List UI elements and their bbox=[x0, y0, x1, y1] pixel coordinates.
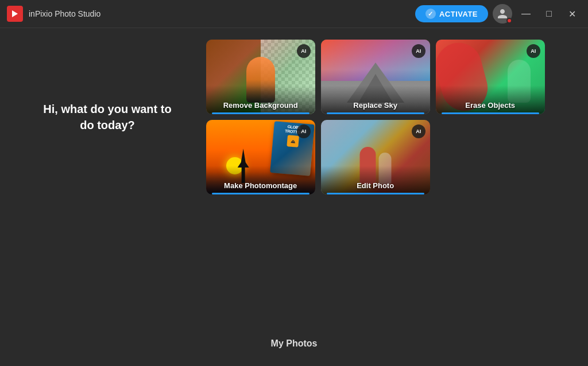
close-button[interactable]: ✕ bbox=[563, 5, 581, 23]
title-bar-right: ✓ ACTIVATE — □ ✕ bbox=[415, 4, 581, 24]
mountain-shape bbox=[347, 63, 404, 103]
card-erase-objects[interactable]: AI Erase Objects bbox=[436, 40, 545, 114]
maximize-button[interactable]: □ bbox=[540, 5, 558, 23]
person1-shape bbox=[359, 147, 376, 184]
card-edit-photo-underline bbox=[327, 193, 424, 194]
card-erase-obj-ai-badge: AI bbox=[527, 44, 540, 58]
card-edit-photo-label: Edit Photo bbox=[321, 181, 430, 190]
figure-erase-shape bbox=[508, 60, 531, 103]
card-edit-photo-ai-badge: AI bbox=[412, 124, 425, 138]
card-replace-sky-ai-badge: AI bbox=[412, 44, 425, 58]
title-bar-left: inPixio Photo Studio bbox=[7, 6, 100, 22]
minimize-button[interactable]: — bbox=[517, 5, 535, 23]
card-remove-bg-underline bbox=[212, 112, 310, 114]
main-content: Hi, what do you want to do today? AI Rem… bbox=[0, 28, 588, 366]
person-silhouette bbox=[238, 149, 249, 183]
person2-shape bbox=[378, 153, 391, 184]
user-avatar[interactable] bbox=[493, 4, 512, 24]
welcome-area: Hi, what do you want to do today? AI Rem… bbox=[43, 40, 544, 194]
svg-marker-0 bbox=[12, 10, 18, 17]
bottom-section: My Photos bbox=[271, 338, 318, 360]
couple-figures bbox=[359, 147, 391, 184]
card-remove-background[interactable]: AI Remove Background bbox=[206, 40, 315, 114]
greeting-text: Hi, what do you want to do today? bbox=[43, 101, 171, 133]
user-icon bbox=[497, 8, 508, 20]
activate-button[interactable]: ✓ ACTIVATE bbox=[415, 5, 488, 22]
app-title: inPixio Photo Studio bbox=[29, 9, 100, 18]
card-remove-bg-label: Remove Background bbox=[206, 101, 315, 110]
card-make-photomontage[interactable]: GLOBETROTTER ⛰ AI Make Photomontage bbox=[206, 120, 315, 194]
card-photomontage-label: Make Photomontage bbox=[206, 181, 315, 190]
card-remove-bg-ai-badge: AI bbox=[297, 44, 311, 58]
app-logo bbox=[7, 6, 23, 22]
card-replace-sky[interactable]: AI Replace Sky bbox=[321, 40, 430, 114]
title-bar: inPixio Photo Studio ✓ ACTIVATE — □ ✕ bbox=[0, 0, 588, 28]
cards-grid: AI Remove Background AI Replace Sky bbox=[206, 40, 545, 194]
card-edit-photo[interactable]: AI Edit Photo bbox=[321, 120, 430, 194]
my-photos-label: My Photos bbox=[271, 338, 318, 348]
magazine-icon: ⛰ bbox=[287, 135, 299, 148]
check-circle-icon: ✓ bbox=[425, 9, 436, 19]
card-replace-sky-underline bbox=[327, 112, 424, 114]
card-photomontage-underline bbox=[212, 193, 310, 194]
card-photomontage-ai-badge: AI bbox=[297, 124, 311, 138]
card-replace-sky-label: Replace Sky bbox=[321, 101, 430, 110]
card-erase-obj-underline bbox=[442, 112, 539, 114]
card-erase-obj-label: Erase Objects bbox=[436, 101, 545, 110]
figure-silhouette bbox=[246, 57, 275, 103]
avatar-notification-dot bbox=[506, 18, 512, 24]
